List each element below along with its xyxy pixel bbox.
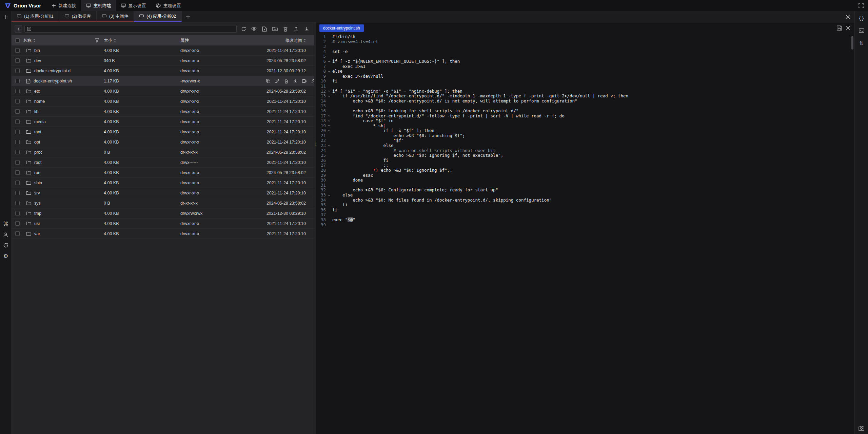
select-all-checkbox[interactable] — [15, 38, 20, 43]
fold-chevron-icon[interactable] — [326, 128, 332, 133]
tab-session-2[interactable]: (2) 数据库 — [59, 11, 97, 22]
fold-chevron-icon[interactable] — [326, 59, 332, 64]
file-name[interactable]: etc — [34, 89, 40, 94]
move-icon[interactable] — [302, 79, 307, 83]
code-line[interactable]: 22 "$f" — [316, 138, 854, 143]
file-name[interactable]: srv — [34, 191, 40, 195]
add-tab-button[interactable] — [182, 11, 194, 22]
app-logo[interactable]: Orion Visor — [0, 0, 46, 11]
copy-icon[interactable] — [266, 79, 271, 83]
new-file-icon[interactable] — [261, 25, 268, 32]
variables-braces-icon[interactable]: { } — [859, 15, 864, 21]
table-row[interactable]: media4.00 KBdrwxr-xr-x2021-11-24 17:20:1… — [12, 117, 314, 127]
file-name[interactable]: var — [34, 231, 40, 236]
code-line[interactable]: 10fi — [316, 79, 854, 84]
file-name[interactable]: docker-entrypoint.d — [34, 69, 71, 73]
tab-session-3[interactable]: (3) 中间件 — [97, 11, 134, 22]
file-name[interactable]: lib — [34, 109, 39, 114]
row-checkbox[interactable] — [15, 211, 20, 215]
code-editor[interactable]: 1#!/bin/sh2# vim:sw=4:ts=4:et3 4set -e5 … — [316, 34, 854, 434]
code-line[interactable]: 23 else — [316, 143, 854, 148]
table-row[interactable]: opt4.00 KBdrwxr-xr-x2021-11-24 17:20:10 — [12, 137, 314, 147]
code-line[interactable]: 17 find "/docker-entrypoint.d/" -follow … — [316, 114, 854, 119]
tab-session-1[interactable]: (1) 应用-分析01 — [12, 11, 59, 22]
table-row[interactable]: srv4.00 KBdrwxr-xr-x2021-11-24 17:20:10 — [12, 188, 314, 198]
row-checkbox[interactable] — [15, 221, 20, 226]
row-checkbox[interactable] — [15, 160, 20, 165]
row-checkbox[interactable] — [15, 191, 20, 195]
code-line[interactable]: 31 — [316, 183, 854, 188]
table-row[interactable]: root4.00 KBdrwx------2021-11-24 17:20:10 — [12, 157, 314, 168]
row-checkbox[interactable] — [15, 48, 20, 53]
sort-icon[interactable] — [304, 39, 306, 42]
row-checkbox[interactable] — [15, 109, 20, 114]
fold-chevron-icon[interactable] — [326, 124, 332, 129]
table-row[interactable]: docker-entrypoint.d4.00 KBdrwxr-xr-x2021… — [12, 66, 314, 76]
table-row[interactable]: dev340 Bdrwxr-xr-x2024-05-28 23:58:02 — [12, 56, 314, 66]
table-row[interactable]: sbin4.00 KBdrwxr-xr-x2021-11-24 17:20:10 — [12, 178, 314, 188]
code-line[interactable]: 34 echo >&3 "$0: No files found in /dock… — [316, 198, 854, 203]
nav-host-terminal[interactable]: 主机终端 — [81, 0, 116, 11]
table-row[interactable]: sys0 Bdr-xr-xr-x2024-05-28 23:58:02 — [12, 198, 314, 208]
table-row[interactable]: usr4.00 KBdrwxr-xr-x2021-11-24 17:20:10 — [12, 219, 314, 229]
edit-icon[interactable] — [275, 79, 280, 83]
editor-scrollbar[interactable] — [851, 36, 853, 50]
code-line[interactable]: 20 if [ -x "$f" ]; then — [316, 128, 854, 133]
code-line[interactable]: 39 — [316, 223, 854, 228]
sort-icon[interactable] — [114, 39, 116, 42]
code-line[interactable]: 15 — [316, 103, 854, 109]
file-name[interactable]: sbin — [34, 181, 42, 185]
fold-chevron-icon[interactable] — [326, 118, 332, 124]
row-checkbox[interactable] — [15, 201, 20, 205]
row-checkbox[interactable] — [15, 58, 20, 63]
permissions-icon[interactable] — [311, 79, 314, 83]
upload-icon[interactable] — [293, 25, 299, 32]
terminal-panel-icon[interactable] — [859, 28, 864, 33]
file-name[interactable]: media — [34, 119, 46, 124]
save-icon[interactable] — [837, 25, 842, 31]
settings-gear-icon[interactable]: ⚙ — [3, 253, 8, 259]
path-input[interactable] — [24, 25, 237, 33]
file-name[interactable]: tmp — [34, 211, 41, 216]
row-checkbox[interactable] — [15, 119, 20, 124]
code-line[interactable]: 25 echo >&3 "$0: Ignoring $f, not execut… — [316, 153, 854, 158]
code-line[interactable]: 6if [ -z "${NGINX_ENTRYPOINT_QUIET_LOGS:… — [316, 59, 854, 64]
row-checkbox[interactable] — [15, 130, 20, 134]
file-name[interactable]: usr — [34, 221, 40, 226]
row-checkbox[interactable] — [15, 79, 20, 83]
table-row[interactable]: mnt4.00 KBdrwxr-xr-x2021-11-24 17:20:10 — [12, 127, 314, 137]
fold-chevron-icon[interactable] — [326, 143, 332, 148]
code-line[interactable]: 24 # warn on shell scripts without exec … — [316, 148, 854, 153]
row-checkbox[interactable] — [15, 231, 20, 236]
code-line[interactable]: 16 echo >&3 "$0: Looking for shell scrip… — [316, 109, 854, 114]
code-line[interactable]: 5 — [316, 54, 854, 59]
new-folder-icon[interactable] — [272, 25, 278, 32]
code-line[interactable]: 13 if /usr/bin/find "/docker-entrypoint.… — [316, 94, 854, 99]
editor-filename-chip[interactable]: docker-entrypoint.sh — [319, 24, 364, 32]
file-name[interactable]: opt — [34, 140, 40, 145]
fold-chevron-icon[interactable] — [326, 69, 332, 74]
code-line[interactable]: 29 esac — [316, 173, 854, 178]
header-size[interactable]: 大小 — [104, 38, 180, 43]
fold-chevron-icon[interactable] — [326, 94, 332, 99]
file-name[interactable]: sys — [34, 201, 41, 206]
table-row[interactable]: run4.00 KBdrwxr-xr-x2024-05-28 23:58:02 — [12, 168, 314, 178]
code-line[interactable]: 8else — [316, 69, 854, 74]
nav-display-settings[interactable]: 显示设置 — [116, 0, 151, 11]
nav-new-connection[interactable]: 新建连接 — [46, 0, 81, 11]
row-checkbox[interactable] — [15, 140, 20, 144]
code-line[interactable]: 33 else — [316, 193, 854, 198]
code-line[interactable]: 19 *.sh) — [316, 124, 854, 129]
close-panel-icon[interactable] — [841, 11, 854, 22]
code-line[interactable]: 7 exec 3>&1 — [316, 64, 854, 69]
fold-chevron-icon[interactable] — [326, 193, 332, 198]
table-row[interactable]: lib4.00 KBdrwxr-xr-x2021-11-24 17:20:10 — [12, 107, 314, 117]
file-name[interactable]: mnt — [34, 130, 41, 134]
code-line[interactable]: 11 — [316, 84, 854, 89]
header-time[interactable]: 修改时间 — [266, 38, 314, 43]
download-icon[interactable] — [303, 25, 310, 32]
row-checkbox[interactable] — [15, 89, 20, 93]
file-name[interactable]: proc — [34, 150, 42, 155]
refresh-icon[interactable] — [240, 25, 247, 32]
back-button[interactable] — [15, 25, 22, 33]
